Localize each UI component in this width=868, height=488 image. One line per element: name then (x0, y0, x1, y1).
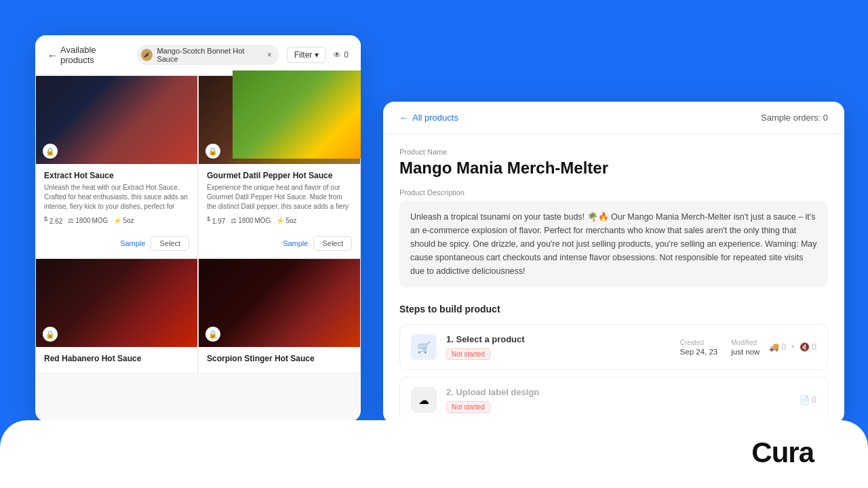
back-arrow-icon: ← (47, 49, 58, 61)
filter-chip[interactable]: 🌶 Mango-Scotch Bonnet Hot Sauce × (137, 45, 279, 65)
product-meta-extract: $ 2.62 ⚖ 1800MOG ⚡ 5oz (44, 216, 189, 225)
filter-label: Filter (294, 50, 313, 60)
product-name-scorpion: Scorpion Stinger Hot Sauce (207, 354, 352, 363)
product-description-field-label: Product Description (399, 188, 828, 197)
filter-dropdown-icon: ▾ (315, 50, 319, 60)
product-image-wrapper-habanero: 🔒 (36, 259, 197, 347)
chip-close-icon[interactable]: × (267, 50, 272, 60)
back-all-products-button[interactable]: ← All products (399, 113, 458, 123)
sample-orders-count: 0 (823, 113, 828, 123)
back-button[interactable]: ← Available products (47, 45, 129, 65)
steps-title: Steps to build product (399, 304, 828, 314)
right-panel-header: ← All products Sample orders: 0 (383, 102, 844, 134)
product-description-text: Unleash a tropical tsunami on your taste… (410, 210, 817, 278)
weight-extract: ⚖ 1800MOG (68, 217, 108, 224)
step-1-count2: 🔇 0 (800, 342, 816, 352)
product-image-wrapper-extract: 🔒 (36, 76, 197, 164)
back-all-products-label: All products (412, 113, 458, 123)
right-panel-content: Product Name Mango Mania Merch-Melter Pr… (383, 134, 844, 418)
step-1-count1: 🚚 0 (769, 342, 786, 352)
step-1-modified-value: just now (731, 348, 760, 356)
lock-icon-extract: 🔒 (43, 144, 58, 159)
product-desc-datil: Experience the unique heat and flavor of… (207, 183, 352, 211)
left-panel: ← Available products 🌶 Mango-Scotch Bonn… (35, 35, 361, 422)
product-name-field-label: Product Name (399, 148, 828, 156)
step-2-counters: 📄 0 (800, 395, 816, 405)
step-1-created-label: Created (680, 339, 718, 346)
product-meta-datil: $ 1.97 ⚖ 1800MOG ⚡ 5oz (207, 216, 352, 225)
product-price-datil: $ 1.97 (207, 216, 225, 225)
select-button-datil[interactable]: Select (313, 236, 352, 251)
bottom-bar: Cura (0, 420, 868, 488)
view-count-badge: 👁 0 (333, 50, 349, 60)
step-1-created-value: Sep 24, 23 (680, 348, 718, 356)
sample-button-extract[interactable]: Sample (120, 236, 145, 251)
back-all-products-arrow-icon: ← (399, 113, 408, 123)
available-products-label: Available products (60, 45, 129, 65)
step-1-status: Not started (446, 348, 490, 360)
step-2-count1: 📄 0 (800, 395, 816, 405)
size-datil: ⚡ 5oz (276, 217, 296, 224)
product-desc-extract: Unleash the heat with our Extract Hot Sa… (44, 183, 189, 211)
product-card-habanero: 🔒 Red Habanero Hot Sauce (35, 258, 198, 373)
product-info-scorpion: Scorpion Stinger Hot Sauce (199, 347, 360, 373)
step-1-content: 1. Select a product Not started (446, 334, 671, 360)
chip-product-icon: 🌶 (141, 49, 153, 61)
cura-logo: Cura (751, 436, 814, 469)
mango-top-image (233, 70, 361, 159)
select-button-extract[interactable]: Select (151, 236, 189, 251)
product-info-habanero: Red Habanero Hot Sauce (36, 347, 197, 373)
weight-datil: ⚖ 1800MOG (231, 217, 271, 224)
product-image-scorpion (199, 259, 360, 347)
step-1-modified: Modified just now (731, 339, 760, 356)
product-info-datil: Gourmet Datil Pepper Hot Sauce Experienc… (199, 164, 360, 232)
step-1-number: 1. (446, 334, 454, 344)
product-name-habanero: Red Habanero Hot Sauce (44, 354, 189, 363)
step-2[interactable]: ☁ 2. Upload label design Not started 📄 0 (399, 377, 828, 418)
product-image-extract (36, 76, 197, 164)
product-card-extract: 🔒 Extract Hot Sauce Unleash the heat wit… (35, 75, 198, 258)
sample-button-datil[interactable]: Sample (283, 236, 308, 251)
view-count: 0 (344, 50, 349, 60)
product-actions-extract: Sample Select (36, 232, 197, 258)
left-panel-header: ← Available products 🌶 Mango-Scotch Bonn… (35, 35, 361, 75)
product-card-scorpion: 🔒 Scorpion Stinger Hot Sauce (198, 258, 361, 373)
step-2-status: Not started (446, 401, 490, 413)
chip-label: Mango-Scotch Bonnet Hot Sauce (157, 47, 262, 63)
view-icon: 👁 (333, 50, 341, 60)
product-actions-datil: Sample Select (199, 232, 360, 258)
size-extract: ⚡ 5oz (113, 217, 134, 224)
step-1[interactable]: 🛒 1. Select a product Not started Create… (399, 324, 828, 370)
lock-icon-datil: 🔒 (205, 144, 220, 159)
product-image-wrapper-scorpion: 🔒 (199, 259, 360, 347)
header-right: Filter ▾ 👁 0 (287, 47, 349, 63)
sample-orders-label: Sample orders: (761, 113, 821, 123)
product-info-extract: Extract Hot Sauce Unleash the heat with … (36, 164, 197, 232)
step-1-label: Select a product (456, 334, 524, 344)
step-2-number: 2. (446, 387, 454, 397)
step-1-created: Created Sep 24, 23 (680, 339, 718, 356)
filter-button[interactable]: Filter ▾ (287, 47, 327, 63)
product-main-name: Mango Mania Merch-Melter (399, 159, 828, 178)
step-1-modified-label: Modified (731, 339, 760, 346)
step-2-icon: ☁ (411, 387, 437, 413)
product-description-box: Unleash a tropical tsunami on your taste… (399, 201, 828, 287)
step-1-counters: 🚚 0 • 🔇 0 (769, 342, 816, 352)
step-1-dates: Created Sep 24, 23 Modified just now (680, 339, 760, 356)
product-name-datil: Gourmet Datil Pepper Hot Sauce (207, 171, 352, 180)
step-1-dot-separator: • (791, 342, 794, 352)
mango-top-card (233, 70, 361, 159)
product-price-extract: $ 2.62 (44, 216, 62, 225)
product-name-extract: Extract Hot Sauce (44, 171, 189, 180)
step-2-name: 2. Upload label design (446, 387, 790, 397)
step-1-name: 1. Select a product (446, 334, 671, 344)
step-1-icon: 🛒 (411, 334, 437, 360)
step-2-content: 2. Upload label design Not started (446, 387, 790, 413)
product-image-habanero (36, 259, 197, 347)
sample-orders-info: Sample orders: 0 (761, 113, 828, 123)
right-panel: ← All products Sample orders: 0 Product … (383, 102, 844, 424)
step-2-label: Upload label design (456, 387, 539, 397)
